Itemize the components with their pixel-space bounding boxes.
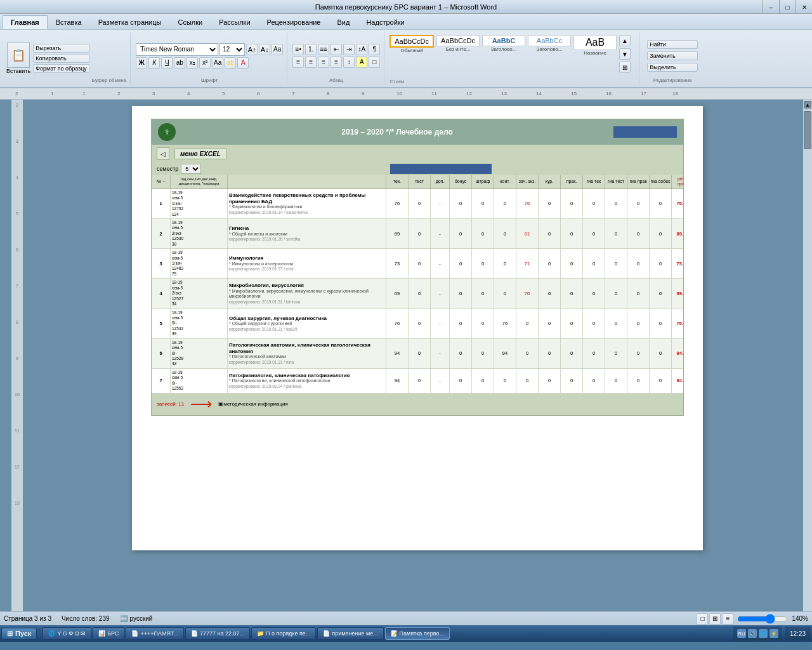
- taskbar-item-77777[interactable]: 📄 77777 на 22.07...: [185, 627, 250, 640]
- style-title[interactable]: AаВ Название: [573, 35, 617, 56]
- shrink-font-button[interactable]: A↓: [259, 44, 270, 55]
- cell-no: 7: [152, 369, 171, 393]
- minimize-button[interactable]: –: [763, 0, 779, 14]
- cell-gia-test: 0: [605, 339, 627, 368]
- tab-page-layout[interactable]: Разметка страницы: [90, 15, 170, 29]
- font-size-select[interactable]: 12: [219, 43, 245, 56]
- clear-format-button[interactable]: Aa: [272, 44, 283, 55]
- tray-icon-3[interactable]: 🌐: [759, 629, 768, 638]
- grow-font-button[interactable]: A↑: [246, 44, 258, 55]
- cell-gia-tek: 0: [583, 249, 605, 278]
- decrease-indent-button[interactable]: ⇤: [331, 44, 342, 55]
- align-center-button[interactable]: ≡: [305, 56, 317, 68]
- cell-gia-prak: 0: [627, 369, 650, 393]
- paste-button[interactable]: 📋 Вставить: [6, 43, 30, 74]
- line-spacing-button[interactable]: ↕: [343, 56, 355, 68]
- format-painter-button[interactable]: Формат по образцу: [33, 64, 89, 73]
- tab-view[interactable]: Вид: [329, 15, 358, 29]
- style-no-spacing[interactable]: AaBbCcDc Без инте...: [436, 35, 480, 52]
- full-screen-button[interactable]: ⊞: [709, 613, 721, 625]
- align-right-button[interactable]: ≡: [318, 56, 329, 68]
- item77-icon: 📄: [191, 630, 198, 637]
- justify-button[interactable]: ≡: [331, 56, 342, 68]
- cell-reit-pred: 94.00: [672, 339, 684, 368]
- zoom-slider[interactable]: [737, 614, 788, 624]
- cell-shtraf: 0: [472, 369, 494, 393]
- style-heading2-label: Заголово...: [537, 46, 563, 52]
- multilevel-button[interactable]: ≡≡: [318, 44, 329, 55]
- start-button[interactable]: ⊞ Пуск: [1, 628, 37, 640]
- scroll-up-button[interactable]: ▲: [804, 101, 811, 109]
- italic-button[interactable]: К: [148, 57, 160, 69]
- cell-prak: 0: [561, 279, 583, 308]
- close-button[interactable]: ✕: [796, 0, 812, 14]
- sort-button[interactable]: ↕A: [356, 44, 367, 55]
- cell-reit-pred: 73.00: [672, 249, 684, 278]
- cell-zachekz: 0: [516, 309, 539, 338]
- vertical-scrollbar[interactable]: ▲: [803, 100, 812, 611]
- document-area[interactable]: 2 3 4 5 6 7 8 9 10 11 12 13 ▲ ⚕ 2019 – 2…: [0, 100, 812, 611]
- styles-down-button[interactable]: ▼: [619, 48, 631, 60]
- align-left-button[interactable]: ≡: [292, 56, 304, 68]
- taskbar-item-browser[interactable]: 🌐 Y G Φ Ω ✉: [43, 627, 91, 640]
- underline-button[interactable]: Ч: [161, 57, 173, 69]
- increase-indent-button[interactable]: ⇥: [343, 44, 355, 55]
- bullets-button[interactable]: ≡•: [292, 44, 304, 55]
- tray-icon-2[interactable]: 🔊: [748, 629, 757, 638]
- cell-gia-prak: 0: [627, 279, 650, 308]
- tab-mailings[interactable]: Рассылки: [211, 15, 258, 29]
- replace-button[interactable]: Заменить: [647, 51, 698, 60]
- col-zachekz: зач. экз.: [516, 175, 539, 189]
- tab-home[interactable]: Главная: [3, 15, 48, 29]
- taskbar-item-pamyatka[interactable]: 📝 Памятка перво...: [385, 627, 450, 640]
- tab-references[interactable]: Ссылки: [169, 15, 211, 29]
- tab-insert[interactable]: Вставка: [48, 15, 90, 29]
- taskbar-item-order[interactable]: 📁 П о порядке пе...: [251, 627, 316, 640]
- sheet-menu-button[interactable]: меню EXCEL: [174, 149, 226, 159]
- copy-button[interactable]: Копировать: [33, 54, 89, 63]
- tab-review[interactable]: Рецензирование: [259, 15, 329, 29]
- taskbar-item-pamyat[interactable]: 📄 ++++ПАМЯТ...: [126, 627, 184, 640]
- font-label: Шрифт: [201, 77, 218, 83]
- sheet-arrow-icon[interactable]: ◁: [157, 147, 169, 160]
- show-marks-button[interactable]: ¶: [369, 44, 380, 55]
- cell-reit-pred: 94.00: [672, 369, 684, 393]
- semester-select[interactable]: 5: [181, 164, 201, 174]
- numbering-button[interactable]: 1.: [305, 44, 317, 55]
- styles-up-button[interactable]: ▲: [619, 35, 631, 46]
- style-normal[interactable]: AaBbCcDc Обычный: [390, 35, 434, 53]
- shading-button[interactable]: A: [356, 56, 367, 68]
- tab-addins[interactable]: Надстройки: [358, 15, 412, 29]
- maximize-button[interactable]: □: [779, 0, 796, 14]
- print-layout-button[interactable]: □: [697, 613, 708, 625]
- style-heading2[interactable]: AaBbCc Заголово...: [528, 35, 571, 52]
- footer-method-info[interactable]: ▣: [218, 401, 223, 407]
- border-button[interactable]: □: [369, 56, 380, 68]
- strikethrough-button[interactable]: ab: [174, 57, 185, 69]
- cell-gia-prak: 0: [627, 249, 650, 278]
- bold-button[interactable]: Ж: [136, 57, 147, 69]
- web-layout-button[interactable]: ≡: [722, 613, 733, 625]
- subscript-button[interactable]: x₂: [187, 57, 198, 69]
- col-gia-test: гиа тест: [605, 175, 627, 189]
- taskbar-item-apply[interactable]: 📄 применение ме...: [317, 627, 383, 640]
- tray-icon-4[interactable]: ⚡: [769, 629, 778, 638]
- style-heading1[interactable]: AaBbC Заголово...: [482, 35, 525, 52]
- font-color-button[interactable]: A: [237, 57, 249, 69]
- editing-controls: Найти Заменить Выделить: [647, 34, 698, 77]
- text-effects-button[interactable]: Аа: [212, 57, 223, 69]
- cell-no: 1: [152, 189, 171, 218]
- tray-icon-1[interactable]: RU: [737, 629, 746, 638]
- scroll-thumb[interactable]: [804, 111, 811, 149]
- superscript-button[interactable]: x²: [199, 57, 211, 69]
- cell-reit-pred: 69.00: [672, 279, 684, 308]
- font-family-select[interactable]: Times New Roman: [136, 43, 218, 56]
- highlight-button[interactable]: ab: [225, 57, 236, 69]
- cell-zachekz: 81: [516, 219, 539, 248]
- select-button[interactable]: Выделить: [647, 63, 698, 72]
- cell-kont: 0: [494, 189, 516, 218]
- cut-button[interactable]: Вырезать: [33, 44, 89, 53]
- styles-more-button[interactable]: ⊞: [619, 62, 631, 73]
- taskbar-item-brs[interactable]: 📊 БРС: [93, 627, 124, 640]
- find-button[interactable]: Найти: [647, 40, 698, 49]
